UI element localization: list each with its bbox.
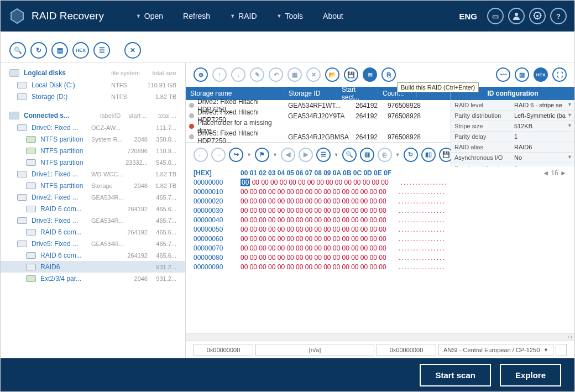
hex-line[interactable]: 0000002000 00 00 00 00 00 00 00 00 00 00…: [194, 197, 567, 206]
layout-icon[interactable]: ▥: [360, 148, 374, 162]
svg-marker-0: [11, 9, 23, 23]
config-row[interactable]: RAID aliasRAID6: [451, 142, 574, 153]
hex-nav[interactable]: ◄ 16 ►: [542, 169, 567, 178]
help-icon[interactable]: ?: [550, 8, 567, 24]
undo-icon[interactable]: ↶: [269, 67, 283, 82]
software-reg-icon[interactable]: ▭: [487, 8, 504, 24]
bookmark-icon[interactable]: ⚑: [255, 148, 269, 162]
search-icon[interactable]: 🔍: [9, 42, 26, 59]
raid-config-panel: ID configuration RAID levelRAID 6 - stri…: [451, 87, 574, 174]
main-toolbar: 🔍 ↻ ▤ HEX ☰ ✕: [1, 38, 574, 62]
save-icon[interactable]: 💾: [344, 67, 358, 82]
settings-icon[interactable]: [529, 8, 546, 24]
col-storage-name[interactable]: Storage name: [186, 90, 284, 97]
storage-row[interactable]: Drive1: Fixed ...WD-WCC...1.82 TB: [1, 168, 185, 180]
storage-row[interactable]: Drive2: Fixed ...GEA534R...465.7...: [1, 191, 185, 203]
fullscreen-icon[interactable]: ⛶: [552, 67, 567, 82]
right-panel: ⊕ ↑ ↓ ✎ ↶ ▦ ✕ 📂 💾 ≋ ⎘ 〰 ▨ HEX ⛶ Storage …: [186, 62, 574, 358]
down-icon[interactable]: ↓: [231, 67, 245, 82]
disks-icon: [9, 69, 19, 77]
svg-point-1: [515, 13, 518, 16]
hex-line[interactable]: 0000009000 00 00 00 00 00 00 00 00 00 00…: [194, 263, 567, 272]
build-raid-icon[interactable]: ≋: [363, 67, 377, 82]
footer: Start scan Explore: [1, 358, 574, 391]
activity-icon[interactable]: 〰: [496, 67, 510, 82]
config-row[interactable]: RAID levelRAID 6 - stripe se▼: [451, 100, 574, 111]
menu-tools[interactable]: ▼Tools: [267, 12, 313, 20]
storage-row[interactable]: RAID 6 com...264192465.6...: [1, 226, 185, 238]
logical-disk-row[interactable]: Local Disk (C:)NTFS110.91 GB: [1, 79, 185, 91]
open-folder-icon[interactable]: 📂: [325, 67, 339, 82]
user-icon[interactable]: [508, 8, 525, 24]
hex-icon[interactable]: HEX: [72, 42, 89, 59]
reload-icon[interactable]: ↻: [404, 148, 418, 162]
status-na: [n/a]: [255, 344, 374, 356]
hex-line[interactable]: 0000003000 00 00 00 00 00 00 00 00 00 00…: [194, 206, 567, 216]
storage-row[interactable]: Drive0: Fixed ...OCZ-AW...111.7...: [1, 122, 185, 133]
hex-line[interactable]: 0000007000 00 00 00 00 00 00 00 00 00 00…: [194, 244, 567, 253]
back-icon[interactable]: ←: [194, 148, 208, 162]
menu-icon[interactable]: ☰: [316, 148, 331, 162]
storage-row[interactable]: Ext2/3/4 par...2048931.2...: [1, 273, 185, 284]
chart-icon[interactable]: ▨: [515, 67, 529, 82]
expand-icon[interactable]: ⊕: [194, 67, 208, 82]
menu-open[interactable]: ▼Open: [126, 12, 173, 20]
logical-disk-row[interactable]: Storage (D:)NTFS1.82 TB: [1, 91, 185, 102]
export-icon[interactable]: ⎘: [381, 67, 396, 82]
status-offset2: 0x00000000: [377, 344, 436, 356]
close-icon[interactable]: ✕: [124, 42, 141, 59]
config-row[interactable]: Parity distributionLeft-Symmetric (ba▼: [451, 111, 574, 121]
main-menu: ▼Open Refresh ▼RAID ▼Tools About: [126, 12, 353, 20]
refresh-icon[interactable]: ↻: [30, 42, 47, 59]
storage-row[interactable]: NTFS partitionSystem R...2048350.0...: [1, 133, 185, 145]
copy-icon[interactable]: ⎘: [378, 148, 392, 162]
start-scan-button[interactable]: Start scan: [420, 364, 491, 386]
next-icon[interactable]: ▶: [299, 148, 313, 162]
hex-line[interactable]: 0000008000 00 00 00 00 00 00 00 00 00 00…: [194, 253, 567, 263]
hex-line[interactable]: 0000001000 00 00 00 00 00 00 00 00 00 00…: [194, 187, 567, 197]
edit-icon[interactable]: ✎: [250, 67, 264, 82]
language-selector[interactable]: ENG: [459, 12, 477, 21]
storage-row[interactable]: RAID6931.2...: [1, 261, 185, 273]
menu-refresh[interactable]: Refresh: [173, 12, 220, 20]
hex-view-icon[interactable]: HEX: [534, 67, 548, 82]
col-start-sector[interactable]: Start sect...: [337, 86, 378, 101]
raid-toolbar: ⊕ ↑ ↓ ✎ ↶ ▦ ✕ 📂 💾 ≋ ⎘ 〰 ▨ HEX ⛶: [186, 62, 574, 87]
config-row[interactable]: Parity delay1: [451, 132, 574, 142]
storage-row[interactable]: RAID 6 com...264192465.6...: [1, 249, 185, 261]
encoding-selector[interactable]: ANSI - Central European / CP-1250▼: [438, 344, 553, 356]
col-storage-id[interactable]: Storage ID: [284, 90, 337, 97]
logical-disks-header: Logical disks file system total size: [1, 67, 185, 79]
app-title: RAID Recovery: [32, 10, 104, 22]
storage-row[interactable]: NTFS partitionStorage20481.82 TB: [1, 180, 185, 191]
drive-table: Storage name Storage ID Start sect... Co…: [186, 87, 574, 142]
hex-line[interactable]: 0000005000 00 00 00 00 00 00 00 00 00 00…: [194, 225, 567, 234]
hex-line[interactable]: 0000000000 00 00 00 00 00 00 00 00 00 00…: [194, 178, 567, 187]
redo-icon[interactable]: ↪: [229, 148, 243, 162]
config-row[interactable]: Asynchronous I/ONo▼: [451, 153, 574, 163]
scrollbar-horizontal[interactable]: ‹›: [186, 333, 574, 341]
connected-storages-header: Connected s... label/ID start ... total …: [1, 109, 185, 122]
status-extra[interactable]: [556, 344, 567, 356]
hex-line[interactable]: 0000006000 00 00 00 00 00 00 00 00 00 00…: [194, 234, 567, 244]
forward-icon[interactable]: →: [211, 148, 226, 162]
hex-line[interactable]: 0000004000 00 00 00 00 00 00 00 00 00 00…: [194, 216, 567, 225]
storage-row[interactable]: Drive3: Fixed ...GEA534R...465.7...: [1, 215, 185, 226]
config-row[interactable]: Stripe size512KB▼: [451, 121, 574, 132]
find-icon[interactable]: 🔍: [342, 148, 357, 162]
prev-icon[interactable]: ◀: [281, 148, 295, 162]
storage-row[interactable]: RAID 6 com...264192465.6...: [1, 203, 185, 215]
storage-row[interactable]: NTFS partition720896110.9...: [1, 145, 185, 156]
columns-icon[interactable]: ▮▯: [421, 148, 436, 162]
menu-raid[interactable]: ▼RAID: [220, 12, 266, 20]
file-icon[interactable]: ▤: [51, 42, 68, 59]
storage-row[interactable]: Drive5: Fixed ...GEA534R...465.7...: [1, 238, 185, 249]
remove-icon[interactable]: ✕: [306, 67, 321, 82]
list-icon[interactable]: ☰: [93, 42, 110, 59]
explore-button[interactable]: Explore: [500, 364, 561, 386]
up-icon[interactable]: ↑: [212, 67, 227, 82]
hex-viewer[interactable]: [HEX]00 01 02 03 04 05 06 07 08 09 0A 0B…: [186, 166, 574, 333]
menu-about[interactable]: About: [313, 12, 353, 20]
storage-row[interactable]: NTFS partition23332...545.0...: [1, 156, 185, 168]
grid-icon[interactable]: ▦: [288, 67, 302, 82]
